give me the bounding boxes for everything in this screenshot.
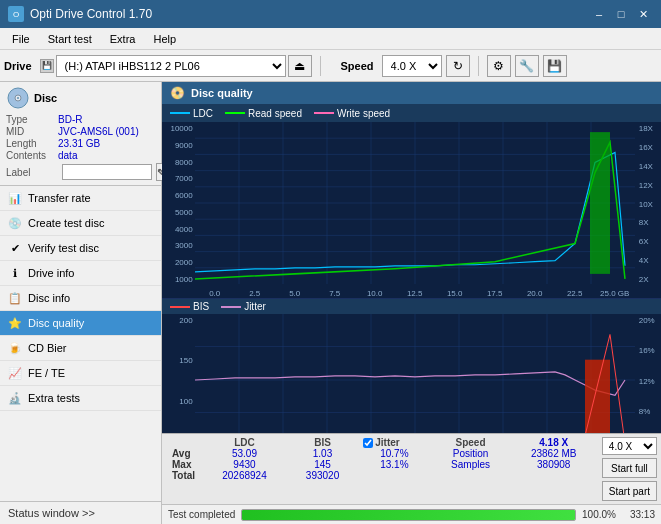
row-avg-jitter: 10.7% [357,448,431,459]
menu-file[interactable]: File [4,31,38,47]
eject-button[interactable]: ⏏ [288,55,312,77]
y-bot-150: 150 [179,356,192,365]
y-bot-100: 100 [179,397,192,406]
samples-value: 380908 [510,459,598,470]
y-bot-right-16: 16% [639,346,655,355]
charts-container: 10000 9000 8000 7000 6000 5000 4000 3000… [162,122,661,433]
row-max-label: Max [166,459,201,470]
y-right-12x: 12X [639,181,653,190]
content-area: 📀 Disc quality LDC Read speed Write spee… [162,82,661,524]
menu-help[interactable]: Help [145,31,184,47]
x-label-7.5: 7.5 [315,289,355,298]
sidebar-item-extra-tests[interactable]: 🔬 Extra tests [0,386,161,411]
start-part-button[interactable]: Start part [602,481,657,501]
y-right-10x: 10X [639,200,653,209]
maximize-button[interactable]: □ [611,5,631,23]
y-label-6000: 6000 [175,191,193,200]
status-window-link[interactable]: Status window >> [0,501,161,524]
x-label-12.5: 12.5 [395,289,435,298]
menu-extra[interactable]: Extra [102,31,144,47]
cd-bier-icon: 🍺 [8,341,22,355]
row-total-jitter [357,470,431,481]
transfer-rate-icon: 📊 [8,191,22,205]
save-button[interactable]: 💾 [543,55,567,77]
chart-header-icon: 📀 [170,86,185,100]
disc-section-title: Disc [34,92,57,104]
label-input[interactable] [62,164,152,180]
sidebar-item-disc-quality[interactable]: ⭐ Disc quality [0,311,161,336]
x-label-0.0: 0.0 [195,289,235,298]
speed-x-selector[interactable]: 4.0 X [602,437,657,455]
x-label-20.0: 20.0 [515,289,555,298]
mid-label: MID [6,126,58,137]
menu-start-test[interactable]: Start test [40,31,100,47]
status-text: Test completed [168,509,235,520]
toolbar: Drive 💾 (H:) ATAPI iHBS112 2 PL06 ⏏ Spee… [0,50,661,82]
sidebar-item-disc-info[interactable]: 📋 Disc info [0,286,161,311]
svg-rect-21 [590,132,610,274]
read-speed-legend-color [225,112,245,114]
contents-value: data [58,150,77,161]
y-label-8000: 8000 [175,158,193,167]
sidebar-item-create-test-disc[interactable]: 💿 Create test disc [0,211,161,236]
sidebar-item-fe-te[interactable]: 📈 FE / TE [0,361,161,386]
bis-legend-label: BIS [193,301,209,312]
top-y-axis-left: 10000 9000 8000 7000 6000 5000 4000 3000… [162,122,195,298]
disc-quality-icon: ⭐ [8,316,22,330]
sidebar-item-cd-bier[interactable]: 🍺 CD Bier [0,336,161,361]
legend-ldc: LDC [170,108,213,119]
cd-bier-label: CD Bier [28,342,67,354]
y-right-6x: 6X [639,237,649,246]
sidebar-item-verify-test-disc[interactable]: ✔ Verify test disc [0,236,161,261]
bottom-chart-svg [195,314,635,433]
row-total-label: Total [166,470,201,481]
sidebar: Disc Type BD-R MID JVC-AMS6L (001) Lengt… [0,82,162,524]
status-window-label: Status window >> [8,507,95,519]
legend-bis: BIS [170,301,209,312]
length-value: 23.31 GB [58,138,100,149]
start-full-button[interactable]: Start full [602,458,657,478]
ldc-legend-label: LDC [193,108,213,119]
bottom-chart-inner: 0.0 2.5 5.0 7.5 10.0 12.5 15.0 17.5 20.0… [195,314,635,433]
y-bot-right-12: 12% [639,377,655,386]
disc-quality-label: Disc quality [28,317,84,329]
create-disc-label: Create test disc [28,217,104,229]
legend-jitter: Jitter [221,301,266,312]
type-label: Type [6,114,58,125]
bottom-stats-area: LDC BIS Jitter Speed 4.18 X [162,433,661,504]
minimize-button[interactable]: – [589,5,609,23]
row-total-bis: 393020 [288,470,358,481]
drive-select[interactable]: (H:) ATAPI iHBS112 2 PL06 [56,55,286,77]
verify-disc-label: Verify test disc [28,242,99,254]
sidebar-item-drive-info[interactable]: ℹ Drive info [0,261,161,286]
y-label-4000: 4000 [175,225,193,234]
y-label-10000: 10000 [170,124,192,133]
sidebar-item-transfer-rate[interactable]: 📊 Transfer rate [0,186,161,211]
progress-bar-fill [242,510,575,520]
refresh-button[interactable]: ↻ [446,55,470,77]
row-max-ldc: 9430 [201,459,288,470]
settings-button-2[interactable]: 🔧 [515,55,539,77]
legend-read-speed: Read speed [225,108,302,119]
progress-percent: 100.0% [582,509,616,520]
stats-row-total: Total 20268924 393020 [166,470,598,481]
row-avg-bis: 1.03 [288,448,358,459]
col-header-speed-val: 4.18 X [510,437,598,448]
bis-legend-color [170,306,190,308]
fe-te-icon: 📈 [8,366,22,380]
chart-header: 📀 Disc quality [162,82,661,104]
x-label-10.0: 10.0 [355,289,395,298]
speed-select[interactable]: 4.0 X [382,55,442,77]
x-label-22.5: 22.5 [555,289,595,298]
jitter-checkbox[interactable] [363,438,373,448]
top-y-axis-right: 18X 16X 14X 12X 10X 8X 6X 4X 2X [635,122,661,298]
settings-button-1[interactable]: ⚙ [487,55,511,77]
close-button[interactable]: ✕ [633,5,653,23]
x-label-25.0: 25.0 GB [595,289,635,298]
position-label: Position [432,448,510,459]
row-max-jitter: 13.1% [357,459,431,470]
write-speed-legend-color [314,112,334,114]
x-label-2.5: 2.5 [235,289,275,298]
window-controls: – □ ✕ [589,5,653,23]
y-right-18x: 18X [639,124,653,133]
